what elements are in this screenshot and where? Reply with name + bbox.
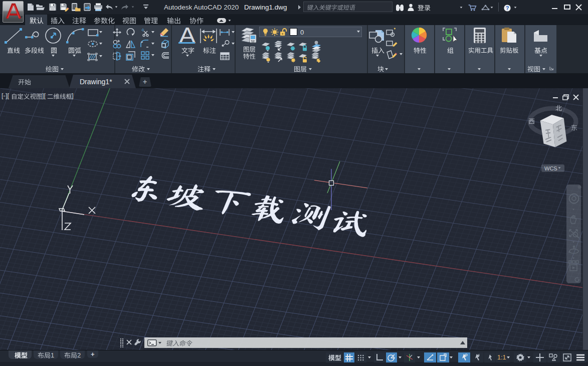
svg-text:?: ? <box>506 5 509 11</box>
svg-text:A: A <box>179 24 196 48</box>
